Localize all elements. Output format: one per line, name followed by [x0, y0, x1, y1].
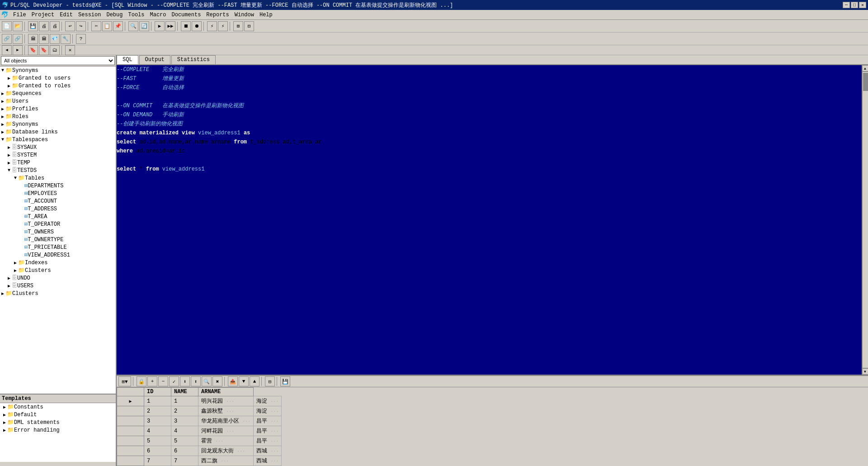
split-btn[interactable]: ⊟ — [265, 376, 275, 386]
table-row[interactable]: 5 5 霍营 ··· 昌平 ··· — [117, 436, 282, 446]
paste-btn[interactable]: 📌 — [113, 21, 123, 31]
tree-item-sysaux[interactable]: ▶ 🗄 SYSAUX — [0, 143, 116, 151]
sql-vscroll[interactable]: ▲ ▼ — [862, 65, 868, 375]
table-row[interactable]: 7 7 西二旗 ··· 西城 ··· — [117, 456, 282, 466]
scroll-down-btn[interactable]: ▼ — [862, 368, 868, 375]
tab-sql[interactable]: SQL — [117, 55, 138, 64]
run2-btn[interactable]: ▶▶ — [165, 21, 175, 31]
stop2-btn[interactable]: ⏺ — [192, 21, 202, 31]
template-item-error-handling[interactable]: ▶ 📁 Error handling — [0, 426, 116, 434]
scroll-thumb[interactable] — [863, 73, 868, 91]
nav2-btn[interactable]: 🔖 — [39, 45, 49, 55]
table-row[interactable]: 6 6 回龙观东大街 ··· 西城 ··· — [117, 446, 282, 456]
new-btn[interactable]: 📄 — [2, 21, 12, 31]
tab-statistics[interactable]: Statistics — [171, 55, 216, 64]
grid-btn[interactable]: ⊞ — [233, 21, 243, 31]
tree-item-roles[interactable]: ▶ 📁 Roles — [0, 113, 116, 120]
tree-item-t_area[interactable]: ⊞ T_AREA — [0, 213, 116, 220]
help-btn[interactable]: ? — [76, 34, 86, 44]
tree-item-clusters[interactable]: ▶ 📁 Clusters — [0, 290, 116, 297]
tree-item-tablespaces[interactable]: ▼ 📁 Tablespaces — [0, 136, 116, 143]
find-btn[interactable]: 🔍 — [202, 376, 212, 386]
close-button[interactable]: ✕ — [859, 2, 866, 8]
tree-item-t_pricetable[interactable]: ⊞ T_PRICETABLE — [0, 243, 116, 251]
menu-session[interactable]: Session — [75, 11, 104, 19]
template-item-default[interactable]: ▶ 📁 Default — [0, 411, 116, 418]
table-row[interactable]: 2 2 鑫源秋墅 ··· 海淀 ··· — [117, 406, 282, 416]
menu-window[interactable]: Window — [232, 11, 257, 19]
search-btn[interactable]: 🔍 — [128, 21, 138, 31]
export2-btn[interactable]: ▼ — [239, 376, 249, 386]
up-btn2[interactable]: ▲ — [250, 376, 259, 386]
tree-item-testds[interactable]: ▼ 🗄 TESTDS — [0, 166, 116, 174]
templates-tree[interactable]: ▶ 📁 Constants ▶ 📁 Default ▶ 📁 DML statem… — [0, 403, 116, 462]
menu-tools[interactable]: Tools — [125, 11, 147, 19]
tree-item-users[interactable]: ▶ 🗄 USERS — [0, 282, 116, 290]
down-arrow-btn[interactable]: ⬇ — [180, 376, 190, 386]
tree-item-employees[interactable]: ⊞ EMPLOYEES — [0, 190, 116, 197]
tree-item-profiles[interactable]: ▶ 📁 Profiles — [0, 105, 116, 113]
table-row[interactable]: 3 3 华龙苑南里小区 ··· 昌平 ··· — [117, 416, 282, 426]
fwd-btn[interactable]: ▶ — [13, 45, 23, 55]
tree-item-view_address1[interactable]: ⊞ VIEW_ADDRESS1 — [0, 251, 116, 259]
redo-btn[interactable]: ↪ — [76, 21, 86, 31]
tree-item-synonyms[interactable]: ▼ 📁 Synonyms — [0, 67, 116, 74]
menu-reports[interactable]: Reports — [203, 11, 231, 19]
menu-file[interactable]: File — [10, 11, 29, 19]
object-type-dropdown[interactable]: All objects — [1, 56, 115, 65]
menu-documents[interactable]: Documents — [169, 11, 204, 19]
close-panel-btn[interactable]: ✕ — [65, 45, 75, 55]
clear-btn[interactable]: ✖ — [212, 376, 222, 386]
table-row[interactable]: 4 4 河畔花园 ··· 昌平 ··· — [117, 426, 282, 436]
template-item-constants[interactable]: ▶ 📁 Constants — [0, 403, 116, 411]
copy-btn[interactable]: 📋 — [102, 21, 112, 31]
undo-btn[interactable]: ↩ — [65, 21, 75, 31]
tree-item-t_account[interactable]: ⊞ T_ACCOUNT — [0, 197, 116, 205]
print2-btn[interactable]: 🖨 — [50, 21, 60, 31]
export-btn[interactable]: 📤 — [228, 376, 238, 386]
tree-item-database-links[interactable]: ▶ 📁 Database links — [0, 128, 116, 136]
lock-btn[interactable]: 🔒 — [137, 376, 146, 386]
schema4-btn[interactable]: 🔧 — [61, 34, 71, 44]
template-item-dml-statements[interactable]: ▶ 📁 DML statements — [0, 418, 116, 426]
dbg2-btn[interactable]: ⚡ — [218, 21, 228, 31]
tree-item-t_owners[interactable]: ⊞ T_OWNERS — [0, 228, 116, 236]
menu-edit[interactable]: Edit — [57, 11, 75, 19]
tab-output[interactable]: Output — [139, 55, 170, 64]
scroll-up-btn[interactable]: ▲ — [862, 65, 868, 71]
obj-btn[interactable]: 🔗 — [2, 34, 12, 44]
obj2-btn[interactable]: 🔗 — [13, 34, 23, 44]
save-btn[interactable]: 💾 — [28, 21, 38, 31]
nav3-btn[interactable]: 🗂 — [50, 45, 60, 55]
tree-item-t_operator[interactable]: ⊞ T_OPERATOR — [0, 220, 116, 228]
menu-macro[interactable]: Macro — [147, 11, 169, 19]
tree-item-system[interactable]: ▶ 🗄 SYSTEM — [0, 151, 116, 159]
menu-help[interactable]: Help — [257, 11, 275, 19]
save2-btn[interactable]: 💾 — [280, 376, 290, 386]
up-arrow-btn[interactable]: ⬆ — [191, 376, 201, 386]
dbg1-btn[interactable]: ⚡ — [207, 21, 217, 31]
tree-item-users[interactable]: ▶ 📁 Users — [0, 97, 116, 105]
tree-item-clusters[interactable]: ▶ 📁 Clusters — [0, 266, 116, 274]
grid2-btn[interactable]: ⊟ — [244, 21, 254, 31]
minimize-button[interactable]: ─ — [843, 2, 850, 8]
tree-item-temp[interactable]: ▶ 🗄 TEMP — [0, 159, 116, 166]
schema3-btn[interactable]: 💎 — [50, 34, 60, 44]
scroll-track[interactable] — [862, 71, 868, 368]
sql-editor[interactable]: --COMPLETE 完全刷新 --FAST 增量更新 --FORCE 自动选择… — [117, 65, 862, 375]
tree-item-t_address[interactable]: ⊞ T_ADDRESS — [0, 205, 116, 213]
tree-item-sequences[interactable]: ▶ 📁 Sequences — [0, 90, 116, 97]
cut-btn[interactable]: ✂ — [91, 21, 101, 31]
replace-btn[interactable]: 🔄 — [139, 21, 149, 31]
stop-btn[interactable]: ⏹ — [181, 21, 191, 31]
schema-btn[interactable]: 🏛 — [28, 34, 38, 44]
object-tree[interactable]: ▼ 📁 Synonyms ▶ 📁 Granted to users ▶ 📁 Gr… — [0, 67, 116, 394]
print-btn[interactable]: 🖨 — [39, 21, 49, 31]
menu-project[interactable]: Project — [29, 11, 57, 19]
grid-view-btn[interactable]: ⊞▼ — [118, 376, 131, 386]
table-row[interactable]: ▶ 1 1 明兴花园 ··· 海淀 ··· — [117, 396, 282, 406]
nav1-btn[interactable]: 🔖 — [28, 45, 38, 55]
maximize-button[interactable]: □ — [851, 2, 858, 8]
tree-item-granted-to-users[interactable]: ▶ 📁 Granted to users — [0, 74, 116, 82]
run-btn[interactable]: ▶ — [155, 21, 165, 31]
